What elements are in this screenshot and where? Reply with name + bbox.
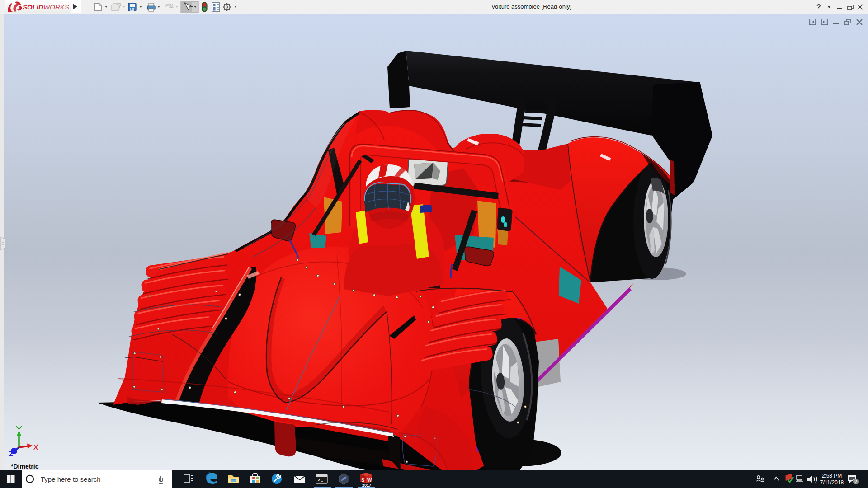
svg-text:2: 2 — [854, 479, 857, 484]
svg-text:S: S — [361, 477, 364, 483]
svg-text:SOLID: SOLID — [23, 3, 43, 11]
svg-text:?: ? — [816, 3, 821, 11]
svg-text:W: W — [367, 477, 372, 483]
svg-text:WORKS: WORKS — [43, 3, 69, 11]
